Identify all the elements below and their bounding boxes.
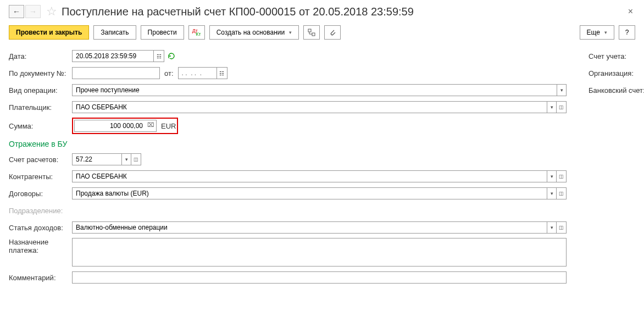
payer-dropdown-icon[interactable]: ▾	[547, 101, 557, 113]
account-label: Счет учета:	[589, 52, 644, 60]
save-button[interactable]: Записать	[93, 25, 136, 40]
op-type-input[interactable]	[72, 84, 557, 96]
more-button[interactable]: Еще	[580, 25, 614, 40]
income-item-label: Статья доходов:	[9, 224, 72, 232]
more-label: Еще	[587, 29, 600, 36]
contract-open-icon[interactable]: ◫	[557, 187, 567, 199]
doc-no-label: По документу №:	[9, 69, 72, 77]
comment-input[interactable]	[72, 271, 567, 284]
date-input[interactable]	[72, 50, 153, 62]
create-based-label: Создать на основании	[216, 29, 285, 36]
date-label: Дата:	[9, 52, 72, 60]
contract-dropdown-icon[interactable]: ▾	[547, 187, 557, 199]
contract-input[interactable]	[72, 187, 547, 199]
op-type-label: Вид операции:	[9, 86, 72, 95]
income-item-dropdown-icon[interactable]: ▾	[547, 221, 557, 234]
op-type-dropdown-icon[interactable]: ▾	[557, 84, 567, 96]
hierarchy-button[interactable]	[303, 25, 320, 40]
purpose-label: Назначение платежа:	[9, 238, 72, 254]
settle-acc-dropdown-icon[interactable]: ▾	[121, 153, 131, 165]
attachment-button[interactable]	[324, 25, 341, 40]
refresh-icon[interactable]	[168, 52, 175, 60]
calculator-icon[interactable]: ⌧	[147, 121, 154, 129]
counterparty-open-icon[interactable]: ◫	[557, 170, 567, 182]
doc-date-calendar-icon[interactable]: ☷	[216, 67, 227, 79]
department-label: Подразделение:	[9, 207, 72, 215]
payer-open-icon[interactable]: ◫	[557, 101, 567, 113]
counterparty-dropdown-icon[interactable]: ▾	[547, 170, 557, 182]
help-button[interactable]: ?	[619, 25, 635, 40]
calendar-icon[interactable]: ☷	[153, 50, 164, 62]
income-item-open-icon[interactable]: ◫	[557, 221, 567, 234]
post-button[interactable]: Провести	[141, 25, 184, 40]
post-and-close-button[interactable]: Провести и закрыть	[9, 25, 89, 40]
amount-label: Сумма:	[9, 122, 72, 130]
amount-highlight: ⌧ EUR	[72, 118, 178, 134]
page-title: Поступление на расчетный счет КП00-00001…	[62, 5, 626, 18]
svg-rect-1	[312, 33, 315, 36]
counterparty-label: Контрагенты:	[9, 173, 72, 181]
counterparty-input[interactable]	[72, 170, 547, 182]
income-item-input[interactable]	[72, 221, 547, 234]
svg-rect-0	[308, 29, 311, 32]
currency-label: EUR	[161, 122, 176, 130]
dtkt-button[interactable]: ДтКт	[188, 25, 205, 40]
payer-label: Плательщик:	[9, 103, 72, 112]
section-accounting: Отражение в БУ	[9, 140, 567, 148]
settle-acc-input[interactable]	[72, 153, 121, 165]
contract-label: Договоры:	[9, 190, 72, 198]
org-label: Организация:	[589, 69, 644, 77]
doc-from-label: от:	[164, 69, 174, 77]
amount-input[interactable]	[74, 120, 157, 132]
doc-no-input[interactable]	[72, 67, 160, 79]
close-icon[interactable]: ×	[626, 7, 635, 16]
forward-button[interactable]: →	[25, 5, 41, 18]
create-based-button[interactable]: Создать на основании	[209, 25, 299, 40]
settle-acc-open-icon[interactable]: ◫	[131, 153, 141, 165]
doc-date-input[interactable]	[178, 67, 216, 79]
purpose-textarea[interactable]	[72, 238, 567, 267]
bank-acc-label: Банковский счет:	[589, 86, 644, 95]
payer-input[interactable]	[72, 101, 547, 113]
settle-acc-label: Счет расчетов:	[9, 156, 72, 164]
back-button[interactable]: ←	[9, 5, 24, 18]
comment-label: Комментарий:	[9, 274, 72, 282]
favorite-icon[interactable]: ☆	[46, 4, 57, 19]
